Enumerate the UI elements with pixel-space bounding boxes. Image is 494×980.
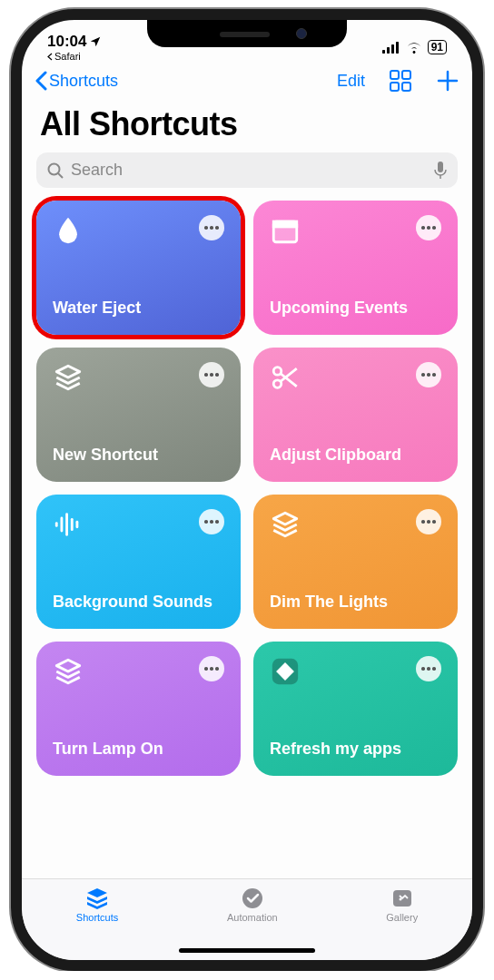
svg-rect-5 xyxy=(402,71,410,79)
svg-point-22 xyxy=(399,898,401,901)
svg-rect-1 xyxy=(387,47,390,54)
add-icon[interactable] xyxy=(436,69,459,93)
svg-rect-9 xyxy=(438,162,443,172)
droplet-icon xyxy=(53,215,84,250)
more-icon[interactable] xyxy=(199,215,224,240)
shortcut-tile[interactable]: Refresh my apps xyxy=(253,642,458,776)
shortcut-tile[interactable]: Upcoming Events xyxy=(253,201,458,335)
svg-rect-16 xyxy=(65,513,68,536)
layers-icon xyxy=(53,362,84,397)
diamond-icon xyxy=(270,656,301,691)
more-icon[interactable] xyxy=(199,509,224,534)
wifi-icon xyxy=(406,42,422,54)
svg-rect-17 xyxy=(71,518,74,531)
shortcut-tile[interactable]: Dim The Lights xyxy=(253,495,458,629)
tab-automation-label: Automation xyxy=(227,912,278,923)
shortcut-tile[interactable]: Turn Lamp On xyxy=(36,642,241,776)
tile-label: Adjust Clipboard xyxy=(270,446,441,466)
tile-label: Turn Lamp On xyxy=(53,740,224,760)
tab-gallery[interactable]: Gallery xyxy=(386,887,418,923)
edit-button[interactable]: Edit xyxy=(337,72,365,91)
svg-rect-2 xyxy=(391,44,394,54)
more-icon[interactable] xyxy=(416,215,441,240)
svg-point-13 xyxy=(273,380,282,388)
back-button[interactable]: Shortcuts xyxy=(35,71,118,91)
location-icon xyxy=(89,35,102,48)
tile-label: Background Sounds xyxy=(53,593,224,612)
tab-shortcuts[interactable]: Shortcuts xyxy=(76,887,118,923)
more-icon[interactable] xyxy=(199,656,224,681)
tab-automation[interactable]: Automation xyxy=(227,887,278,923)
svg-rect-0 xyxy=(382,50,385,54)
tile-label: New Shortcut xyxy=(53,446,224,466)
clock: 10:04 xyxy=(47,33,86,51)
back-to-app[interactable]: Safari xyxy=(47,51,102,62)
svg-rect-4 xyxy=(390,71,399,79)
svg-rect-6 xyxy=(390,83,399,91)
back-label: Shortcuts xyxy=(49,72,118,91)
svg-rect-18 xyxy=(76,521,79,529)
tab-gallery-label: Gallery xyxy=(386,912,418,923)
tile-label: Upcoming Events xyxy=(270,299,441,318)
more-icon[interactable] xyxy=(199,362,224,387)
more-icon[interactable] xyxy=(416,509,441,534)
grid-view-icon[interactable] xyxy=(389,69,412,93)
svg-point-12 xyxy=(273,368,282,376)
shortcut-tile[interactable]: Water Eject xyxy=(36,201,241,335)
shortcuts-grid: Water Eject Upcoming Events New Shortcut… xyxy=(22,201,472,776)
svg-rect-3 xyxy=(396,42,399,54)
notch xyxy=(147,20,347,47)
waveform-icon xyxy=(53,509,84,544)
tile-label: Dim The Lights xyxy=(270,593,441,612)
svg-rect-15 xyxy=(61,517,64,533)
page-title: All Shortcuts xyxy=(22,102,472,152)
search-bar[interactable] xyxy=(36,152,458,188)
more-icon[interactable] xyxy=(416,656,441,681)
search-icon xyxy=(47,162,64,179)
battery-indicator: 91 xyxy=(428,40,447,54)
search-input[interactable] xyxy=(71,161,427,180)
back-app-label: Safari xyxy=(54,51,81,62)
svg-rect-7 xyxy=(402,83,410,91)
shortcut-tile[interactable]: Background Sounds xyxy=(36,495,241,629)
svg-rect-11 xyxy=(273,221,297,227)
mic-icon[interactable] xyxy=(434,162,447,180)
phone-frame: 10:04 Safari 91 Shortcuts Edit Al xyxy=(11,9,483,971)
tile-label: Refresh my apps xyxy=(270,740,441,760)
svg-point-8 xyxy=(49,163,60,174)
svg-rect-14 xyxy=(55,522,58,527)
cellular-icon xyxy=(382,42,400,54)
nav-bar: Shortcuts Edit xyxy=(22,64,472,102)
home-indicator[interactable] xyxy=(179,948,315,953)
calendar-icon xyxy=(270,215,301,250)
more-icon[interactable] xyxy=(416,362,441,387)
shortcut-tile[interactable]: Adjust Clipboard xyxy=(253,348,458,482)
tab-shortcuts-label: Shortcuts xyxy=(76,912,118,923)
tile-label: Water Eject xyxy=(53,299,224,318)
svg-point-20 xyxy=(242,888,262,908)
layers-icon xyxy=(53,656,84,691)
scissors-icon xyxy=(270,362,301,397)
shortcut-tile[interactable]: New Shortcut xyxy=(36,348,241,482)
layers-icon xyxy=(270,509,301,544)
